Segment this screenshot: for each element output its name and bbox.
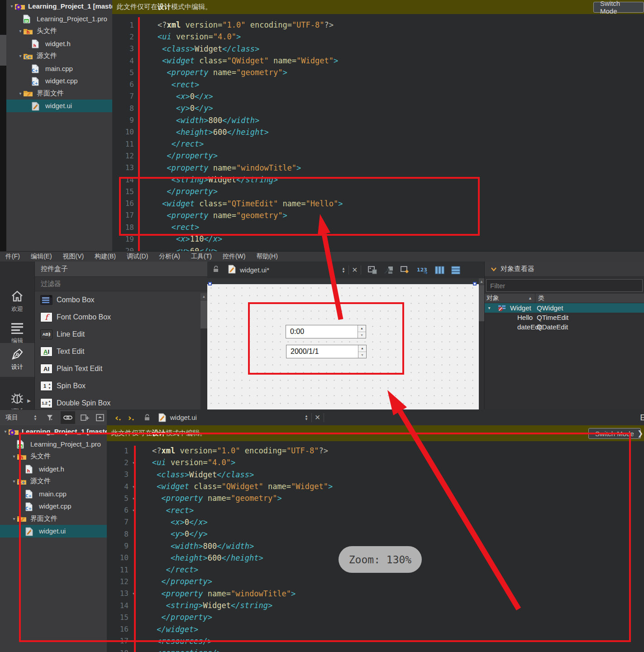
code-line[interactable]: 15 </property> xyxy=(107,611,644,623)
tree-item-widget.cpp[interactable]: C+widget.cpp xyxy=(6,75,112,87)
close-icon[interactable]: × xyxy=(315,412,320,423)
tree-item-widget.ui[interactable]: widget.ui xyxy=(0,525,107,538)
nav-forward-icon[interactable]: › xyxy=(128,413,132,423)
code-line[interactable]: 10 <height>600</height> xyxy=(112,126,644,138)
menu-视图(V)[interactable]: 视图(V) xyxy=(57,252,90,262)
edit-signals-icon[interactable] xyxy=(384,266,394,275)
selection-handle[interactable] xyxy=(473,282,477,286)
tree-item-widget.h[interactable]: hwidget.h xyxy=(0,463,107,476)
fold-marker-icon[interactable]: ▾ xyxy=(134,165,144,170)
code-line[interactable]: 14 <string>Widget</string> xyxy=(107,600,644,611)
selection-handle[interactable] xyxy=(208,282,212,286)
link-icon[interactable] xyxy=(61,411,75,424)
inspector-row-dateedit[interactable]: dateEditQDateEdit xyxy=(485,322,644,332)
split-updown-icon[interactable]: ▲▼ xyxy=(305,414,308,421)
code-line[interactable]: 12 </property> xyxy=(107,576,644,587)
tree-expander-icon[interactable]: ▾ xyxy=(18,91,23,96)
code-line[interactable]: 1<?xml version="1.0" encoding="UTF-8"?> xyxy=(107,445,644,457)
scrollbar-thumb[interactable] xyxy=(479,285,484,321)
fold-marker-icon[interactable]: ▾ xyxy=(134,213,144,218)
sort-updown-icon[interactable]: ▲▼ xyxy=(33,414,37,421)
fold-marker-icon[interactable]: ▾ xyxy=(129,508,138,513)
code-line[interactable]: 19 <x>110</x> xyxy=(112,233,644,245)
code-line[interactable]: 5▾ <property name="geometry"> xyxy=(107,492,644,504)
tree-item-learning_project_1.pro[interactable]: QtQtLearning_Project_1.pro xyxy=(6,13,112,25)
tree-item--[interactable]: ▾C+源文件 xyxy=(0,475,107,488)
code-line[interactable]: 17▾ <property name="geometry"> xyxy=(112,209,644,221)
time-edit-value[interactable]: 0:00 xyxy=(286,325,358,338)
code-line[interactable]: 17 <resources/> xyxy=(107,635,644,647)
code-line[interactable]: 6▾ <rect> xyxy=(112,78,644,90)
tree-expander-icon[interactable]: ▾ xyxy=(11,516,17,521)
tree-item-widget.cpp[interactable]: C+widget.cpp xyxy=(0,500,107,513)
inspector-column-header[interactable]: 对象 ▲ 类 xyxy=(485,294,644,303)
split-updown-icon[interactable]: ▲▼ xyxy=(342,267,345,273)
tree-item--[interactable]: ▾界面文件 xyxy=(6,87,112,100)
code-line[interactable]: 15 </property> xyxy=(112,186,644,197)
menu-构建(B)[interactable]: 构建(B) xyxy=(89,252,121,262)
form-tab-label[interactable]: widget.ui* xyxy=(240,266,269,274)
date-edit-widget[interactable]: 2000/1/1 ▲▼ xyxy=(286,345,367,358)
unlock-icon[interactable] xyxy=(144,414,150,421)
scroll-up-icon[interactable]: ▲ xyxy=(200,293,207,300)
form-scrollbar[interactable]: ▲ xyxy=(479,278,484,409)
tree-item-main.cpp[interactable]: C+main.cpp xyxy=(6,62,112,75)
tree-expander-icon[interactable]: ▾ xyxy=(18,29,23,33)
tree-item-widget.ui[interactable]: widget.ui xyxy=(6,100,112,112)
code-line[interactable]: 16▾ <widget class="QTimeEdit" name="Hell… xyxy=(112,197,644,209)
edit-buddies-icon[interactable] xyxy=(400,266,410,275)
code-line[interactable]: 4▾ <widget class="QWidget" name="Widget"… xyxy=(112,55,644,67)
close-icon[interactable]: × xyxy=(352,265,358,275)
time-edit-spinner[interactable]: ▲▼ xyxy=(358,325,366,338)
widgetbox-item-line-edit[interactable]: ABILine Edit xyxy=(35,326,207,343)
code-line[interactable]: 13▾ <property name="windowTitle"> xyxy=(107,588,644,600)
fold-marker-icon[interactable]: ▾ xyxy=(129,591,138,596)
fold-marker-icon[interactable]: ▾ xyxy=(129,496,138,501)
tree-item-main.cpp[interactable]: C+main.cpp xyxy=(0,488,107,500)
object-filter-input[interactable]: Filter xyxy=(486,279,643,292)
fold-marker-icon[interactable]: ▾ xyxy=(129,460,138,465)
column-object[interactable]: 对象 xyxy=(485,294,499,302)
bottom-tab-label[interactable]: widget.ui xyxy=(170,414,197,421)
object-inspector-header[interactable]: 对象查看器 xyxy=(485,262,644,277)
tree-expander-icon[interactable]: ▾ xyxy=(3,429,8,434)
tree-item-learning_project_1.pro[interactable]: QtQtLearning_Project_1.pro xyxy=(0,438,107,451)
code-line[interactable]: 1<?xml version="1.0" encoding="UTF-8"?> xyxy=(112,19,644,31)
inspector-row-hello[interactable]: HelloQTimeEdit xyxy=(485,313,644,322)
inspector-row-widget[interactable]: ▾WidgetQWidget xyxy=(485,303,644,313)
menu-调试(D)[interactable]: 调试(D) xyxy=(121,252,153,262)
sidebar-item-edit[interactable]: 编辑 xyxy=(0,317,34,343)
tree-item--[interactable]: ▾界面文件 xyxy=(0,513,107,525)
code-line[interactable]: 20 <y>60</y> xyxy=(112,245,644,251)
menu-编辑(E)[interactable]: 编辑(E) xyxy=(25,252,57,262)
fold-marker-icon[interactable]: ▾ xyxy=(134,70,144,75)
spin-down-icon[interactable]: ▼ xyxy=(358,352,366,358)
notification-chevron-icon[interactable]: ❯ xyxy=(637,429,643,438)
code-line[interactable]: 12 </property> xyxy=(112,150,644,162)
switch-mode-button-top[interactable]: Switch Mode xyxy=(593,2,644,13)
scrollbar-thumb[interactable] xyxy=(200,300,207,328)
menu-工具(T)[interactable]: 工具(T) xyxy=(186,252,217,262)
menu-件(F)[interactable]: 件(F) xyxy=(0,252,25,262)
widgetbox-item-font-combo-box[interactable]: fFont Combo Box xyxy=(35,309,207,326)
tree-expander-icon[interactable]: ▾ xyxy=(11,479,17,484)
nav-back-icon[interactable]: ‹ xyxy=(115,413,119,423)
code-line[interactable]: 7 <x>0</x> xyxy=(112,90,644,102)
fold-marker-icon[interactable]: ▾ xyxy=(129,484,138,489)
code-line[interactable]: 14 <string>Widget</string> xyxy=(112,174,644,186)
spin-up-icon[interactable]: ▲ xyxy=(358,345,366,352)
switch-mode-button-bottom[interactable]: Switch Mode xyxy=(588,428,641,439)
layout-vertical-icon[interactable] xyxy=(451,266,461,275)
tree-expander-icon[interactable]: ▾ xyxy=(9,4,14,9)
code-line[interactable]: 6▾ <rect> xyxy=(107,504,644,516)
widgetbox-item-text-edit[interactable]: AIText Edit xyxy=(35,343,207,360)
menu-分析(A)[interactable]: 分析(A) xyxy=(153,252,186,262)
layout-horizontal-icon[interactable] xyxy=(434,266,444,275)
tree-item-learning_project_1-maste[interactable]: ▾Learning_Project_1 [maste xyxy=(6,0,112,13)
code-line[interactable]: 9 <width>800</width> xyxy=(112,114,644,126)
widgetbox-item-spin-box[interactable]: 1▲▼Spin Box xyxy=(35,377,207,395)
widgetbox-item-combo-box[interactable]: Combo Box xyxy=(35,291,207,309)
tree-item-widget.h[interactable]: hwidget.h xyxy=(6,38,112,50)
tree-expander-icon[interactable]: ▾ xyxy=(18,53,23,58)
fold-marker-icon[interactable]: ▾ xyxy=(134,58,144,63)
